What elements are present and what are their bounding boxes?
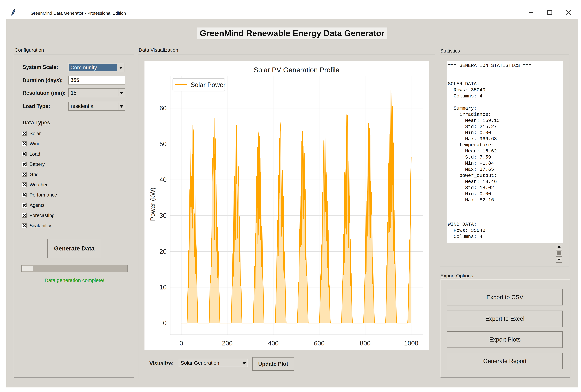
svg-text:Solar PV Generation Profile: Solar PV Generation Profile [254,66,340,74]
svg-text:0: 0 [180,340,183,347]
svg-text:60: 60 [160,105,166,112]
svg-text:50: 50 [160,140,166,147]
svg-text:20: 20 [160,248,166,255]
svg-text:600: 600 [314,340,324,347]
svg-text:800: 800 [360,340,370,347]
svg-text:400: 400 [268,340,278,347]
svg-text:30: 30 [160,212,166,219]
svg-text:Solar Power: Solar Power [190,81,226,88]
svg-text:200: 200 [222,340,232,347]
svg-text:0: 0 [163,319,166,327]
svg-text:1000: 1000 [404,340,418,347]
svg-text:40: 40 [160,176,166,183]
svg-text:10: 10 [160,284,166,291]
svg-text:Power (kW): Power (kW) [149,187,156,221]
